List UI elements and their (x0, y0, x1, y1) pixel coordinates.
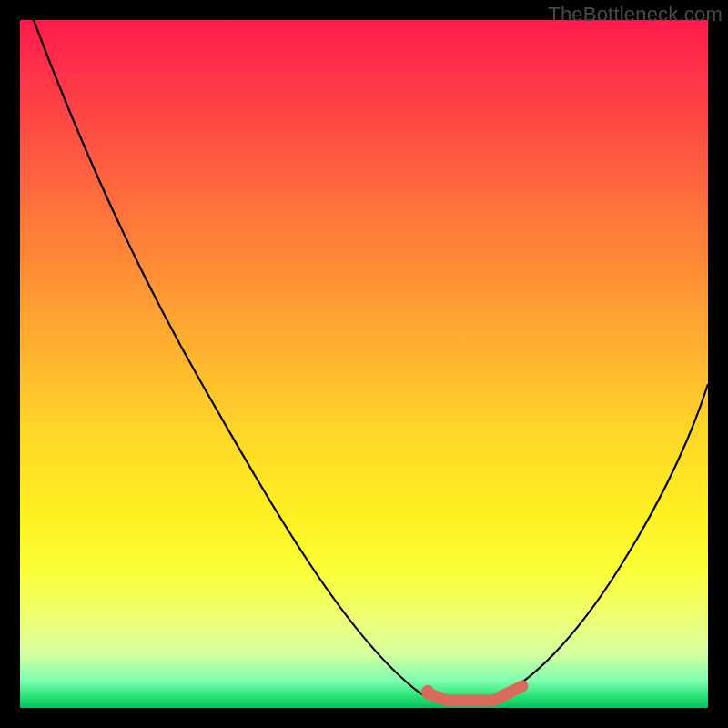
chart-plot-area (20, 20, 708, 708)
optimal-range-marker (428, 686, 522, 701)
chart-svg (20, 20, 708, 708)
bottleneck-curve (34, 20, 708, 705)
optimal-start-dot (421, 685, 434, 698)
watermark-text: TheBottleneck.com (548, 3, 723, 26)
